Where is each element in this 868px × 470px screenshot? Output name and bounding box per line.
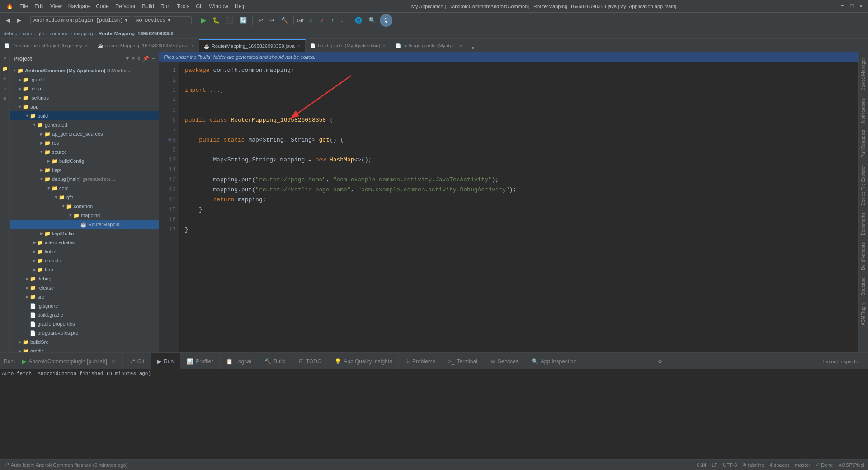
tab-java2[interactable]: ☕ RouterMapping_1695826098358.java ✕ — [199, 39, 306, 52]
sidebar-build-variants[interactable]: Build Variants — [859, 239, 867, 274]
status-done[interactable]: ✓ Done — [816, 462, 833, 468]
menu-file[interactable]: File — [17, 2, 31, 10]
tree-buildsrc[interactable]: ▶ 📁 buildSrc — [10, 337, 159, 347]
menu-help[interactable]: Help — [232, 2, 249, 10]
sidebar-icon-5[interactable]: ≡ — [0, 94, 9, 103]
bottom-tab-services[interactable]: ⚙ Services — [484, 353, 525, 370]
maximize-button[interactable]: □ — [849, 3, 855, 9]
back-button[interactable]: ◀ — [4, 16, 13, 24]
proj-icon-pin[interactable]: 📌 — [143, 56, 149, 62]
stop-button[interactable]: ⬛ — [224, 16, 236, 24]
redo-button[interactable]: ↪ — [267, 16, 277, 24]
tab-build-gradle[interactable]: 📄 build.gradle (My Application) ✕ — [306, 39, 391, 52]
tree-router-mapping-file[interactable]: ☕ RouterMappin... — [10, 220, 159, 229]
bottom-tab-problems[interactable]: ⚠ Problems — [399, 353, 442, 370]
build-project-button[interactable]: 🔨 — [278, 16, 290, 24]
tab-groovy[interactable]: 📄 DependenciesPluginQfh.groovy ✕ — [0, 39, 93, 52]
tree-root[interactable]: ▼ 📁 AndroidCommon [My Application] D:\An… — [10, 66, 159, 75]
bottom-settings-button[interactable]: ⚙ — [654, 357, 665, 365]
tree-gitignore[interactable]: 📄 .gitignore — [10, 301, 159, 310]
window-controls[interactable]: ─ □ ✕ — [839, 3, 864, 9]
close-button[interactable]: ✕ — [858, 3, 864, 9]
proj-icon-collapse[interactable]: ⊟ — [132, 56, 135, 62]
tab-close-settings[interactable]: ✕ — [459, 43, 462, 48]
tree-common[interactable]: ▼ 📁 common — [10, 202, 159, 211]
tree-proguard[interactable]: 📄 proguard-rules.pro — [10, 328, 159, 337]
status-git[interactable]: ⎇ Auto fetch: AndroidCommon finished (9 … — [4, 462, 127, 468]
sidebar-asmplugin[interactable]: ASMPlugin — [859, 299, 867, 329]
menu-code[interactable]: Code — [93, 2, 112, 10]
tree-release[interactable]: ▶ 📁 release — [10, 283, 159, 292]
bottom-tab-profiler[interactable]: 📊 Profiler — [180, 353, 220, 370]
tree-generated[interactable]: ▼ 📁 generated — [10, 120, 159, 129]
tree-outputs[interactable]: ▶ 📁 outputs — [10, 256, 159, 265]
run-task-tab[interactable]: ▶ AndroidCommon:plugin [publish] ✕ — [18, 353, 120, 370]
tab-close-java1[interactable]: ✕ — [191, 43, 194, 48]
status-branch[interactable]: master — [795, 462, 811, 468]
proj-icon-dropdown[interactable]: ▼ — [126, 56, 129, 62]
sync-button[interactable]: 🔄 — [237, 16, 249, 24]
bottom-tab-terminal[interactable]: >_ Terminal — [442, 353, 484, 370]
tree-idea[interactable]: ▶ 📁 .idea — [10, 84, 159, 93]
tree-tmp[interactable]: ▶ 📁 tmp — [10, 265, 159, 274]
tree-src[interactable]: ▶ 📁 src — [10, 292, 159, 301]
sidebar-structure[interactable]: Structure — [859, 274, 867, 299]
menu-git[interactable]: Git — [193, 2, 205, 10]
bottom-tab-build[interactable]: 🔨 Build — [258, 353, 292, 370]
tab-settings-gradle[interactable]: 📄 settings.gradle (My Ap... ✕ — [391, 39, 467, 52]
search-everywhere-button[interactable]: 🔍 — [366, 16, 378, 24]
bottom-tab-run[interactable]: ▶ Run — [151, 353, 180, 370]
tab-close-groovy[interactable]: ✕ — [85, 43, 88, 48]
tab-close-gradle[interactable]: ✕ — [382, 43, 386, 48]
menu-run[interactable]: Run — [158, 2, 173, 10]
breadcrumb-common[interactable]: common — [50, 31, 69, 36]
breadcrumb-com[interactable]: com — [23, 31, 32, 36]
more-tabs-button[interactable]: ▾ — [467, 44, 478, 52]
proj-icon-settings[interactable]: ⚙ — [137, 56, 141, 62]
tree-qfh[interactable]: ▼ 📁 qfh — [10, 193, 159, 202]
code-area[interactable]: 1 2 3 4 5 6 7 @ 8 9 10 11 12 13 14 15 16… — [159, 62, 858, 352]
menu-navigate[interactable]: Navigate — [66, 2, 92, 10]
undo-button[interactable]: ↩ — [256, 16, 265, 24]
breadcrumb-mapping[interactable]: mapping — [74, 31, 93, 36]
sidebar-device-manager[interactable]: Device Manager — [859, 54, 867, 95]
status-sdk[interactable]: AOSP\Pixel — [839, 462, 864, 468]
bottom-tab-todo[interactable]: ☑ TODO — [292, 353, 328, 370]
tree-buildconfig[interactable]: ▶ 📁 buildConfig — [10, 157, 159, 166]
git-pull-button[interactable]: ↓ — [338, 16, 346, 24]
menu-edit[interactable]: Edit — [32, 2, 47, 10]
tree-debug-folder[interactable]: ▶ 📁 debug — [10, 274, 159, 283]
status-lf[interactable]: LF — [712, 462, 717, 468]
tree-debug-main[interactable]: ▼ 📁 debug [main] generated sou... — [10, 175, 159, 184]
sidebar-device-file-explorer[interactable]: Device File Explorer — [859, 161, 867, 209]
bottom-collapse-button[interactable]: ─ — [736, 358, 747, 365]
tree-res[interactable]: ▶ 📁 res — [10, 138, 159, 147]
status-line[interactable]: 6:14 — [697, 462, 706, 468]
sidebar-icon-3[interactable]: ⚙ — [0, 74, 9, 83]
tree-build-gradle[interactable]: 📄 build.gradle — [10, 310, 159, 319]
status-tabnine[interactable]: ⊕ tabnine — [742, 462, 764, 468]
git-x-button[interactable]: ✓ — [318, 16, 327, 24]
menu-tools[interactable]: Tools — [174, 2, 192, 10]
menu-build[interactable]: Build — [139, 2, 157, 10]
tab-java1[interactable]: ☕ RouterMapping_1695826090257.java ✕ — [93, 39, 199, 52]
tab-close-java2[interactable]: ✕ — [297, 44, 301, 49]
run-close-btn[interactable]: ✕ — [111, 358, 116, 365]
menu-view[interactable]: View — [47, 2, 65, 10]
breadcrumb-qfh[interactable]: qfh — [38, 31, 44, 36]
app-menu[interactable]: 🔥 File Edit View Navigate Code Refactor … — [4, 2, 249, 10]
tree-ap-generated[interactable]: ▶ 📁 ap_generated_sources — [10, 129, 159, 138]
tree-kapt[interactable]: ▶ 📁 kapt — [10, 166, 159, 175]
menu-window[interactable]: Window — [206, 2, 231, 10]
run-button[interactable]: ▶ — [198, 15, 208, 25]
tree-kotlin[interactable]: ▶ 📁 kotlin — [10, 247, 159, 256]
sidebar-bookmarks[interactable]: Bookmarks — [859, 209, 867, 239]
sidebar-notifications[interactable]: Notifications — [859, 95, 867, 126]
translate-button[interactable]: 🌐 — [353, 16, 364, 24]
proj-icon-close[interactable]: ─ — [152, 56, 155, 62]
device-dropdown[interactable]: No Devices ▼ — [133, 16, 192, 24]
sidebar-pull-requests[interactable]: Pull Requests — [859, 126, 867, 161]
layout-inspector-tab[interactable]: Layout Inspector — [819, 359, 864, 364]
debug-button[interactable]: 🐛 — [210, 16, 222, 24]
tree-build[interactable]: ▼ 📁 build — [10, 111, 159, 120]
